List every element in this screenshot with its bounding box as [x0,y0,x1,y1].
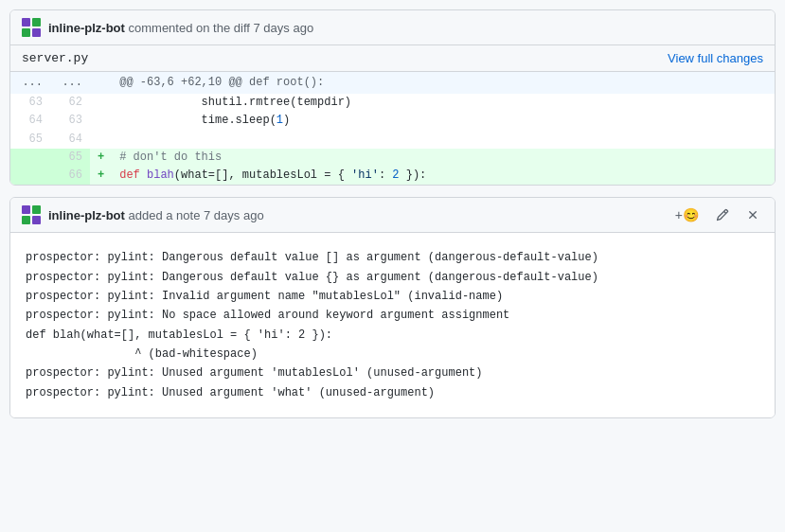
note-bot-name: inline-plz-bot [48,208,125,222]
diff-time: 7 days ago [254,21,314,35]
close-note-button[interactable] [742,206,763,223]
diff-bot-name: inline-plz-bot [48,21,125,35]
diff-hunk-row: ... ... @@ -63,6 +62,10 @@ def root(): [10,72,775,94]
hunk-header-text: @@ -63,6 +62,10 @@ def root(): [112,72,775,94]
diff-filename: server.py [22,51,88,65]
note-header-left: inline-plz-bot added a note 7 days ago [22,205,264,224]
note-body: prospector: pylint: Dangerous default va… [10,233,775,417]
table-row: 63 62 shutil.rmtree(tempdir) [10,94,775,112]
table-row: 64 63 time.sleep(1) [10,112,775,130]
table-row: 66 + def blah(what=[], mutablesLol = { '… [10,167,775,185]
hunk-marker [90,72,112,94]
diff-card: inline-plz-bot commented on the diff 7 d… [9,9,776,186]
close-icon [746,208,759,222]
diff-card-header: inline-plz-bot commented on the diff 7 d… [10,10,775,45]
hunk-old-num: ... [10,72,50,94]
edit-note-button[interactable] [712,206,733,223]
bot-avatar-diff [22,18,41,37]
diff-table: ... ... @@ -63,6 +62,10 @@ def root(): 6… [10,72,775,185]
note-action: added a note [129,208,201,222]
view-full-changes-link[interactable]: View full changes [668,51,763,65]
note-action-buttons: +😊 [671,205,763,224]
note-time: 7 days ago [204,208,264,222]
diff-header-text: inline-plz-bot commented on the diff 7 d… [48,21,313,35]
diff-action: commented on the diff [129,21,250,35]
note-header-text: inline-plz-bot added a note 7 days ago [48,208,264,222]
add-emoji-button[interactable]: +😊 [671,205,703,224]
diff-file-header: server.py View full changes [10,45,775,72]
hunk-new-num: ... [50,72,90,94]
bot-avatar-note [22,205,41,224]
note-code-block: prospector: pylint: Dangerous default va… [26,248,759,402]
note-card-header: inline-plz-bot added a note 7 days ago +… [10,198,775,233]
pencil-icon [716,208,729,222]
table-row: 65 + # don't do this [10,149,775,167]
table-row: 65 64 [10,131,775,149]
note-card: inline-plz-bot added a note 7 days ago +… [9,197,776,418]
